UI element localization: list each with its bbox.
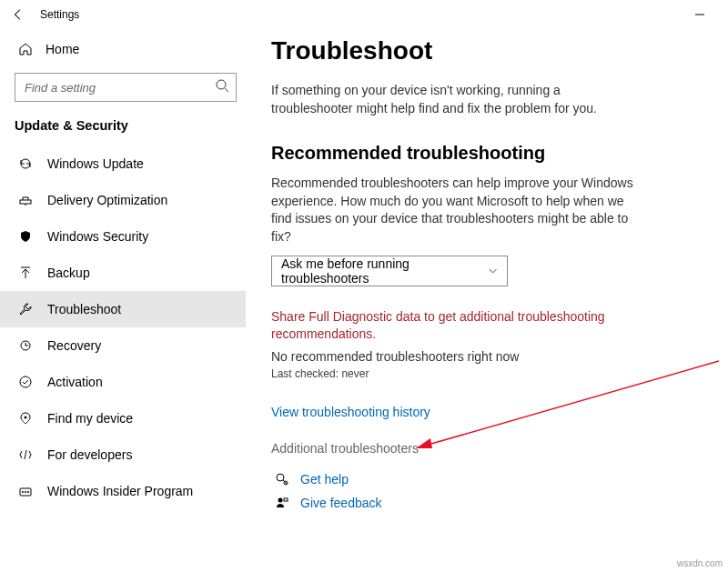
diagnostic-alert: Share Full Diagnostic data to get additi… [271,308,635,344]
sidebar: Home Update & Security Windows Update De… [0,29,246,572]
nav-label: For developers [47,447,132,462]
recommended-heading: Recommended troubleshooting [271,143,692,164]
home-label: Home [46,42,79,56]
svg-point-8 [20,376,31,387]
nav-recovery[interactable]: Recovery [9,327,246,364]
watermark: wsxdn.com [677,558,723,568]
get-help-row[interactable]: Get help [271,472,692,487]
svg-point-9 [25,416,27,419]
titlebar: Settings [0,0,728,29]
give-feedback-row[interactable]: Give feedback [271,496,692,510]
search-input[interactable] [15,73,237,102]
location-icon [16,411,35,426]
svg-point-11 [22,491,24,493]
nav-label: Activation [47,375,103,389]
chevron-down-icon [488,266,498,276]
delivery-icon [16,193,35,207]
svg-rect-3 [20,200,31,204]
nav-label: Recovery [47,338,101,353]
nav-windows-insider[interactable]: Windows Insider Program [9,473,246,509]
page-description: If something on your device isn't workin… [271,82,644,117]
minimize-icon [695,10,704,19]
nav-for-developers[interactable]: For developers [9,437,246,473]
sync-icon [16,156,35,171]
nav-backup[interactable]: Backup [9,255,246,291]
feedback-icon [271,496,293,510]
give-feedback-link: Give feedback [300,496,382,510]
troubleshoot-preference-dropdown[interactable]: Ask me before running troubleshooters [271,256,508,286]
recovery-icon [16,338,35,353]
nav-label: Windows Insider Program [47,484,193,498]
arrow-left-icon [12,8,25,21]
additional-troubleshooters-heading[interactable]: Additional troubleshooters [271,441,692,456]
backup-icon [16,266,35,280]
minimize-button[interactable] [679,0,721,29]
get-help-link: Get help [300,472,349,487]
svg-point-13 [27,491,29,493]
recommended-description: Recommended troubleshooters can help imp… [271,175,644,246]
svg-rect-17 [284,498,288,501]
nav-label: Troubleshoot [47,302,121,316]
window-title: Settings [40,8,79,21]
get-help-icon [271,472,293,487]
last-checked-text: Last checked: never [271,367,692,380]
svg-point-12 [25,491,26,493]
page-title: Troubleshoot [271,36,692,65]
history-link[interactable]: View troubleshooting history [271,405,430,419]
nav-label: Backup [47,266,90,280]
shield-icon [16,229,35,244]
main-content: Troubleshoot If something on your device… [246,29,728,572]
nav-windows-update[interactable]: Windows Update [9,146,246,182]
nav-troubleshoot[interactable]: Troubleshoot [0,291,246,327]
nav-label: Windows Update [47,156,144,171]
nav-delivery-optimization[interactable]: Delivery Optimization [9,182,246,218]
insider-icon [16,484,35,498]
activation-icon [16,375,35,389]
nav-windows-security[interactable]: Windows Security [9,218,246,255]
developers-icon [16,447,35,462]
nav-activation[interactable]: Activation [9,364,246,400]
nav-label: Find my device [47,411,133,426]
status-text: No recommended troubleshooters right now [271,349,692,364]
nav-label: Delivery Optimization [47,193,167,207]
dropdown-value: Ask me before running troubleshooters [281,256,488,286]
home-nav[interactable]: Home [9,33,246,65]
back-button[interactable] [7,4,29,25]
svg-point-14 [277,474,284,481]
search-container [15,73,237,102]
section-heading: Update & Security [9,118,246,133]
home-icon [16,42,35,56]
troubleshoot-icon [16,302,35,316]
svg-point-16 [278,497,283,502]
nav-find-my-device[interactable]: Find my device [9,400,246,437]
nav-label: Windows Security [47,229,148,244]
